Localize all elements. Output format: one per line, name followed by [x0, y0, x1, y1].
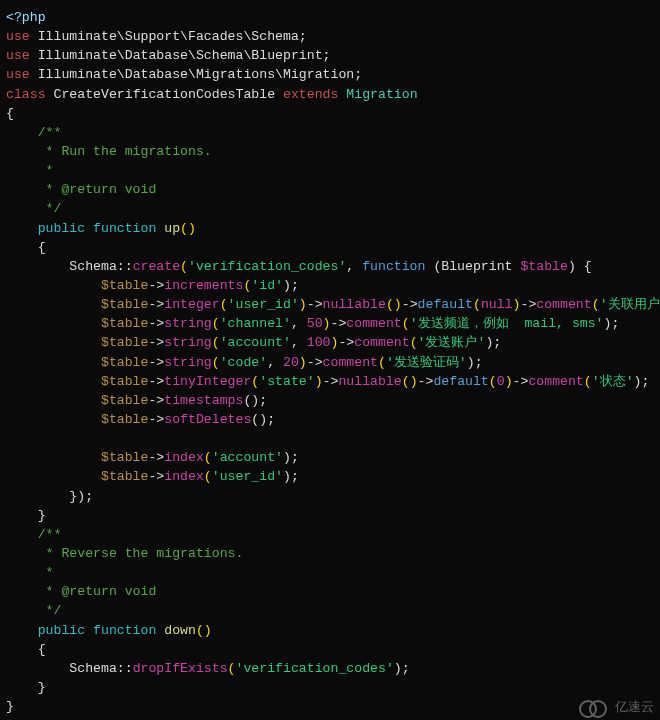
kw-function: function [85, 623, 164, 638]
kw-public: public [6, 623, 85, 638]
kw-class: class [6, 87, 46, 102]
fn-dropifexists: dropIfExists [133, 661, 228, 676]
kw-function: function [85, 221, 164, 236]
docblock: /** [6, 125, 61, 140]
kw-use: use [6, 67, 30, 82]
var-table: $table [520, 259, 567, 274]
num-zero: 0 [497, 374, 505, 389]
num: 100 [307, 335, 331, 350]
kw-function: function [362, 259, 433, 274]
fn-create: create [133, 259, 180, 274]
lit-null: null [481, 297, 513, 312]
kw-use: use [6, 48, 30, 63]
watermark-text: 亿速云 [615, 698, 654, 716]
fn-up: up [164, 221, 180, 236]
watermark: 亿速云 [579, 698, 654, 716]
code-block: <?php use Illuminate\Support\Facades\Sch… [0, 0, 660, 720]
str-table: 'verification_codes' [188, 259, 346, 274]
kw-public: public [6, 221, 85, 236]
docblock: /** [6, 527, 61, 542]
fn-down: down [164, 623, 196, 638]
var-table: $table [6, 278, 148, 293]
cloud-logo-icon [579, 698, 609, 716]
kw-extends: extends [283, 87, 338, 102]
num: 50 [307, 316, 323, 331]
php-open-tag: <?php [6, 10, 46, 25]
kw-use: use [6, 29, 30, 44]
num: 20 [283, 355, 299, 370]
